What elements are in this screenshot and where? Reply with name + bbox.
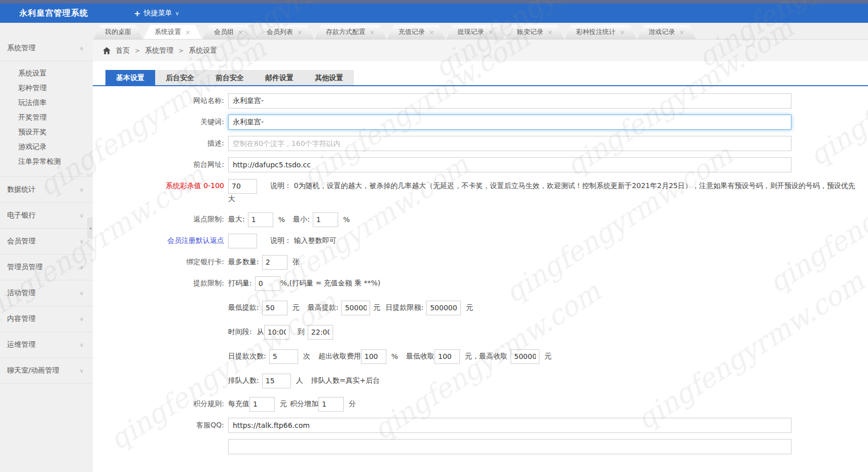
- site-url-input[interactable]: [228, 157, 791, 172]
- sidebar-item-preset-draw[interactable]: 预设开奖: [0, 125, 93, 139]
- sidebar-group-data-stats[interactable]: 数据统计 ∨: [0, 179, 93, 200]
- max-charge-input[interactable]: [511, 349, 539, 364]
- sidebar-group-label: 系统管理: [7, 44, 35, 53]
- quick-menu-button[interactable]: + 快捷菜单 ∨: [134, 9, 179, 18]
- yuan-unit: 元: [293, 303, 300, 312]
- sidebar-item-bet-anomaly[interactable]: 注单异常检测: [0, 154, 93, 169]
- rebate-min-label: 最小:: [293, 215, 310, 224]
- close-icon[interactable]: ×: [370, 28, 375, 36]
- sidebar-group-members[interactable]: 会员管理 ∨: [0, 231, 93, 251]
- dama-input[interactable]: [255, 276, 280, 291]
- queue-note: 排队人数=真实+后台: [311, 376, 380, 385]
- queue-unit: 人: [296, 376, 303, 385]
- close-icon[interactable]: ×: [185, 28, 191, 36]
- sidebar-item-system-settings[interactable]: 系统设置: [0, 66, 93, 81]
- rebate-max-input[interactable]: [248, 212, 273, 227]
- subtab-mail[interactable]: 邮件设置: [255, 70, 304, 85]
- bank-card-label: 绑定银行卡:: [93, 258, 228, 267]
- divider: [0, 228, 93, 229]
- sidebar-group-content[interactable]: 内容管理 ∨: [0, 309, 93, 329]
- sidebar-item-play-odds[interactable]: 玩法倍率: [0, 95, 93, 110]
- kill-value-input[interactable]: [228, 179, 257, 194]
- subtab-backend-security[interactable]: 后台安全: [155, 70, 205, 85]
- sidebar-item-lottery-manage[interactable]: 彩种管理: [0, 81, 93, 95]
- breadcrumb-system-manage[interactable]: 系统管理: [145, 46, 173, 55]
- tab-label: 会员列表: [267, 27, 293, 37]
- sidebar-group-system[interactable]: 系统管理 ∧: [0, 38, 93, 58]
- sidebar-group-chatroom[interactable]: 聊天室/动画管理 ∨: [0, 360, 93, 381]
- subtab-frontend-security[interactable]: 前台安全: [205, 70, 255, 85]
- sidebar-group-ops[interactable]: 运维管理 ∨: [0, 335, 93, 355]
- top-strip: [0, 0, 868, 4]
- sidebar-group-activities[interactable]: 活动管理 ∨: [0, 283, 93, 303]
- app-title: 永利皇宫管理系统: [19, 8, 88, 19]
- points-rule-label: 积分规则:: [93, 400, 228, 409]
- subtab-other[interactable]: 其他设置: [304, 70, 354, 85]
- kill-value-note: 说明： 0为随机，设置的越大，被杀掉的几率越大（无延迟，不卡奖，设置后立马生效，…: [270, 181, 855, 191]
- rebate-min-input[interactable]: [313, 212, 338, 227]
- over-fee-label: 超出收取费用: [318, 352, 361, 361]
- sidebar-item-draw-manage[interactable]: 开奖管理: [0, 110, 93, 125]
- tab-member-groups[interactable]: 会员组 ×: [203, 25, 255, 39]
- sidebar-group-label: 运维管理: [7, 340, 35, 349]
- close-icon[interactable]: ×: [547, 28, 553, 36]
- close-icon[interactable]: ×: [297, 28, 303, 36]
- service-qq-input[interactable]: [228, 418, 791, 433]
- time-from-label: 从: [257, 328, 264, 337]
- over-fee-input[interactable]: [361, 349, 386, 364]
- divider: [0, 306, 93, 306]
- tab-system-settings[interactable]: 系统设置 ×: [143, 25, 202, 39]
- points-per-label: 每充值: [228, 400, 249, 409]
- close-icon[interactable]: ×: [620, 28, 625, 36]
- divider: [0, 254, 93, 255]
- partial-bottom-input[interactable]: [228, 439, 791, 454]
- close-icon[interactable]: ×: [679, 28, 684, 36]
- tab-member-list[interactable]: 会员列表 ×: [256, 25, 314, 39]
- min-charge-input[interactable]: [435, 349, 460, 364]
- chevron-down-icon: ∨: [80, 290, 84, 297]
- bank-card-qty-input[interactable]: [262, 255, 287, 270]
- sidebar-group-admins[interactable]: 管理员管理 ∨: [0, 257, 93, 277]
- default-rebate-link[interactable]: 会员注册默认返点: [93, 236, 228, 245]
- sidebar-group-ebank[interactable]: 电子银行 ∨: [0, 205, 93, 226]
- site-name-input[interactable]: [228, 93, 791, 108]
- points-per-input[interactable]: [249, 397, 275, 412]
- queue-input[interactable]: [262, 374, 291, 388]
- app-header: 永利皇宫管理系统 + 快捷菜单 ∨: [0, 4, 868, 23]
- min-withdraw-input[interactable]: [262, 301, 287, 315]
- close-icon[interactable]: ×: [238, 28, 243, 36]
- chevron-down-icon: ∨: [80, 264, 84, 271]
- breadcrumb-home[interactable]: 首页: [116, 46, 130, 55]
- sidebar-item-game-records[interactable]: 游戏记录: [0, 139, 93, 154]
- subtab-basic[interactable]: 基本设置: [105, 70, 155, 85]
- close-icon[interactable]: ×: [429, 28, 435, 36]
- yuan-unit: 元: [466, 303, 473, 312]
- default-rebate-input[interactable]: [228, 234, 257, 248]
- yuan-unit: 元，: [465, 352, 479, 361]
- tab-withdraw-records[interactable]: 提现记录 ×: [447, 25, 505, 39]
- daily-times-input[interactable]: [269, 349, 298, 364]
- points-add-label: 积分增加: [290, 400, 318, 409]
- close-icon[interactable]: ×: [488, 28, 494, 36]
- description-input[interactable]: [228, 136, 791, 151]
- tab-bet-stats[interactable]: 彩种投注统计 ×: [565, 25, 636, 39]
- tab-my-desktop[interactable]: 我的桌面: [94, 25, 142, 39]
- time-from-input[interactable]: [264, 325, 290, 340]
- sidebar-group-label: 数据统计: [7, 185, 35, 194]
- chevron-down-icon: ∨: [80, 368, 84, 374]
- points-add-input[interactable]: [318, 397, 344, 412]
- tab-recharge-records[interactable]: 充值记录 ×: [387, 25, 446, 39]
- tab-game-records[interactable]: 游戏记录 ×: [637, 25, 696, 39]
- description-label: 描述:: [93, 139, 228, 148]
- keywords-input[interactable]: [228, 115, 791, 130]
- tab-deposit-config[interactable]: 存款方式配置 ×: [315, 25, 386, 39]
- max-withdraw-label: 最高提款:: [308, 303, 339, 312]
- breadcrumb-system-settings[interactable]: 系统设置: [189, 46, 217, 55]
- daily-limit-input[interactable]: [426, 301, 461, 315]
- max-withdraw-input[interactable]: [341, 301, 370, 315]
- tab-account-changes[interactable]: 账变记录 ×: [505, 25, 564, 39]
- time-to-input[interactable]: [308, 325, 333, 340]
- time-range-label: 时间段:: [228, 328, 252, 337]
- home-icon[interactable]: [103, 47, 111, 54]
- chevron-up-icon: ∧: [80, 45, 84, 52]
